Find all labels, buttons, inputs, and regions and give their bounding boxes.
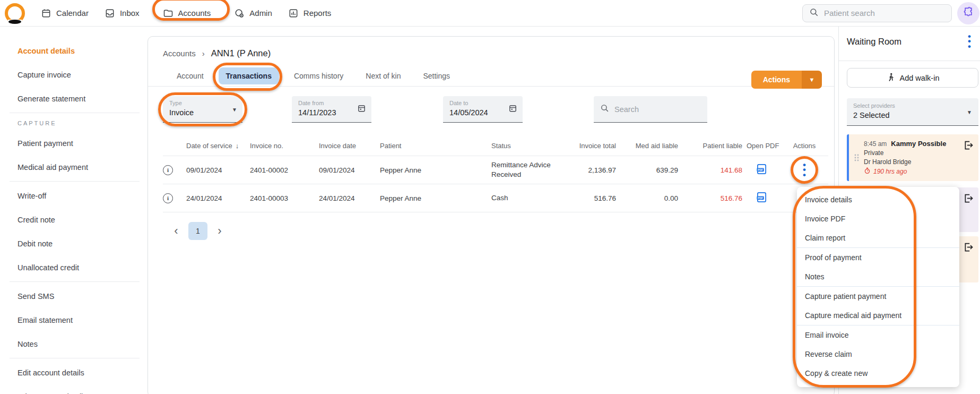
checkout-exit-icon[interactable] xyxy=(963,140,974,153)
menu-item-capture-patient-payment[interactable]: Capture patient payment xyxy=(797,287,959,306)
pdf-icon[interactable]: PDF xyxy=(756,191,768,205)
waiting-room-card[interactable]: 8:45 am Kammy Possible Private Dr Harold… xyxy=(847,134,978,181)
header-status[interactable]: Status xyxy=(491,142,571,150)
patient-search-box[interactable] xyxy=(802,4,952,22)
menu-item-proof-of-payment[interactable]: Proof of payment xyxy=(797,248,959,267)
sidebar-item-edit-account-details[interactable]: Edit account details xyxy=(18,361,148,384)
menu-item-capture-medical-aid-payment[interactable]: Capture medical aid payment xyxy=(797,306,959,325)
date-from-field[interactable]: Date from 14/11/2023 xyxy=(292,96,371,123)
sidebar-item-write-off[interactable]: Write-off xyxy=(18,184,148,208)
checkout-exit-icon[interactable] xyxy=(963,193,974,206)
svg-text:PDF: PDF xyxy=(757,196,762,200)
previous-page-button[interactable]: ‹ xyxy=(168,222,184,239)
cell-actions: ••• xyxy=(780,163,828,177)
sidebar-item-send-sms[interactable]: Send SMS xyxy=(18,284,148,308)
table-row[interactable]: i 24/01/2024 2401-00003 24/01/2024 Peppe… xyxy=(163,184,828,212)
header-actions: Actions xyxy=(780,142,828,150)
menu-item-copy-create-new[interactable]: Copy & create new xyxy=(797,364,959,383)
select-providers-label: Select providers xyxy=(853,102,972,109)
nav-item-calendar[interactable]: Calendar xyxy=(41,8,89,19)
calendar-icon[interactable] xyxy=(357,104,366,115)
calendar-icon[interactable] xyxy=(508,104,517,115)
table-search-box[interactable] xyxy=(594,96,707,123)
add-walkin-button[interactable]: Add walk-in xyxy=(847,68,978,88)
row-actions-kebab-icon[interactable]: ••• xyxy=(803,162,806,177)
tab-account[interactable]: Account xyxy=(169,67,211,84)
pdf-icon[interactable]: PDF xyxy=(756,163,768,177)
next-page-button[interactable]: › xyxy=(212,222,228,239)
calendar-icon xyxy=(41,8,51,19)
header-invoice-date[interactable]: Invoice date xyxy=(319,142,380,150)
tab-comms-history[interactable]: Comms history xyxy=(287,67,351,84)
header-patient[interactable]: Patient xyxy=(380,142,491,150)
logo-eye xyxy=(8,20,21,24)
sidebar-item-patient-payment[interactable]: Patient payment xyxy=(18,131,148,155)
menu-item-claim-report[interactable]: Claim report xyxy=(797,228,959,247)
date-to-value: 14/05/2024 xyxy=(449,108,517,117)
tab-settings[interactable]: Settings xyxy=(415,67,457,84)
row-info-cell: i xyxy=(163,193,186,203)
cell-invoice-date: 24/01/2024 xyxy=(319,194,380,202)
nav-item-reports[interactable]: Reports xyxy=(288,8,332,19)
row-actions-wrap: ••• xyxy=(797,163,811,177)
nav-item-inbox[interactable]: Inbox xyxy=(105,8,140,19)
type-filter-label: Type xyxy=(169,100,237,106)
page-number-button[interactable]: 1 xyxy=(188,222,207,240)
actions-dropdown-caret[interactable]: ▼ xyxy=(802,71,822,89)
sidebar-divider xyxy=(10,281,140,282)
patient-search-input[interactable] xyxy=(824,8,945,18)
tab-transactions[interactable]: Transactions xyxy=(219,67,279,84)
nav-item-admin[interactable]: Admin xyxy=(234,8,272,19)
browser-extension-button[interactable] xyxy=(957,2,979,24)
cell-patient-liable: 141.68 xyxy=(678,166,742,174)
waiting-room-kebab-icon[interactable]: ••• xyxy=(966,32,973,51)
sidebar-item-capture-invoice[interactable]: Capture invoice xyxy=(18,63,148,87)
header-patient-liable[interactable]: Patient liable xyxy=(678,142,742,150)
admin-gear-icon xyxy=(234,8,245,19)
actions-button[interactable]: Actions xyxy=(751,71,802,89)
sidebar-item-notes[interactable]: Notes xyxy=(18,332,148,356)
cell-patient: Pepper Anne xyxy=(380,166,491,174)
select-providers-dropdown[interactable]: Select providers 2 Selected ▼ xyxy=(847,98,978,126)
top-nav-bar: Calendar Inbox Accounts xyxy=(0,0,980,27)
sidebar-item-credit-note[interactable]: Credit note xyxy=(18,208,148,232)
tab-next-of-kin[interactable]: Next of kin xyxy=(358,67,408,84)
sidebar-item-email-statement[interactable]: Email statement xyxy=(18,308,148,332)
app-root: Calendar Inbox Accounts xyxy=(0,0,980,394)
type-filter-select[interactable]: Type Invoice ▼ xyxy=(163,96,242,123)
menu-item-notes[interactable]: Notes xyxy=(797,267,959,286)
table-row[interactable]: i 09/01/2024 2401-00002 09/01/2024 Peppe… xyxy=(163,156,828,184)
table-search-input[interactable] xyxy=(614,105,689,114)
select-providers-value: 2 Selected xyxy=(853,111,972,119)
cell-patient: Pepper Anne xyxy=(380,194,491,202)
sidebar-item-generate-statement[interactable]: Generate statement xyxy=(18,87,148,110)
checkout-exit-icon[interactable] xyxy=(963,242,974,255)
header-invoice-no[interactable]: Invoice no. xyxy=(250,142,319,150)
nav-label: Reports xyxy=(303,8,332,18)
appointment-time: 8:45 am xyxy=(864,140,887,148)
sidebar-item-print-account-details[interactable]: Print account details xyxy=(18,384,148,394)
drag-handle-icon[interactable] xyxy=(854,153,859,164)
cell-invoice-total: 2,136.97 xyxy=(571,166,616,174)
info-icon[interactable]: i xyxy=(163,165,173,175)
menu-item-invoice-pdf[interactable]: Invoice PDF xyxy=(797,209,959,228)
nav-item-accounts[interactable]: Accounts xyxy=(163,8,211,19)
sidebar-item-account-details[interactable]: Account details xyxy=(18,39,148,63)
info-icon[interactable]: i xyxy=(163,193,173,203)
date-from-value: 14/11/2023 xyxy=(298,108,366,117)
breadcrumb-accounts-link[interactable]: Accounts xyxy=(163,49,196,58)
cell-date-of-service: 24/01/2024 xyxy=(186,194,250,202)
sidebar-item-debit-note[interactable]: Debit note xyxy=(18,232,148,255)
header-invoice-total[interactable]: Invoice total xyxy=(571,142,616,150)
header-date-of-service[interactable]: Date of service ↓ xyxy=(186,142,250,150)
row-info-cell: i xyxy=(163,165,186,175)
date-to-label: Date to xyxy=(449,100,517,106)
date-to-field[interactable]: Date to 14/05/2024 xyxy=(443,96,523,123)
menu-item-invoice-details[interactable]: Invoice details xyxy=(797,190,959,209)
transaction-filters: Type Invoice ▼ Date from 14/11/2023 Date… xyxy=(163,96,834,123)
menu-item-reverse-claim[interactable]: Reverse claim xyxy=(797,345,959,364)
header-med-aid-liable[interactable]: Med aid liable xyxy=(616,142,678,150)
menu-item-email-invoice[interactable]: Email invoice xyxy=(797,326,959,345)
sidebar-item-medical-aid-payment[interactable]: Medical aid payment xyxy=(18,155,148,179)
sidebar-item-unallocated-credit[interactable]: Unallocated credit xyxy=(18,255,148,279)
